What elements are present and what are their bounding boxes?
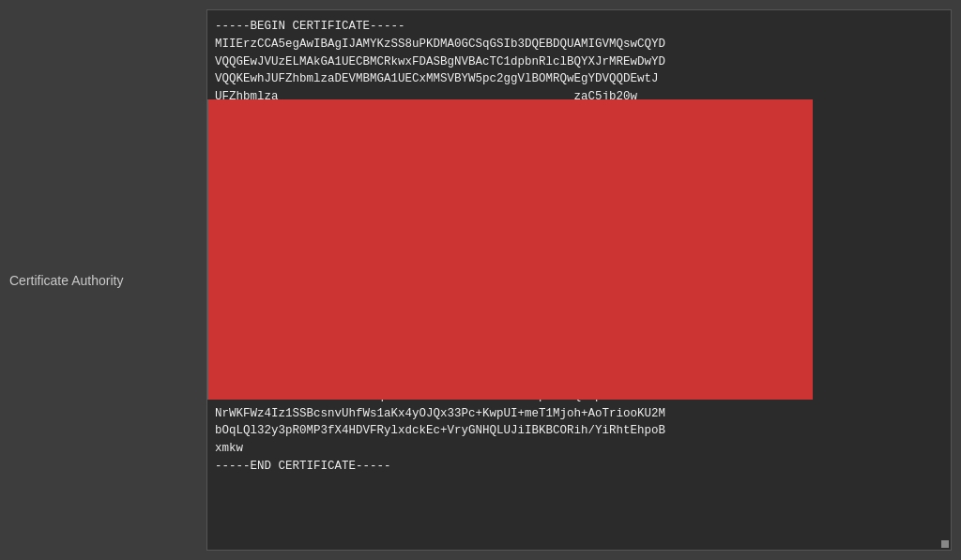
certificate-authority-label: Certificate Authority [0, 273, 206, 288]
scrollbar-corner [941, 540, 949, 548]
main-container: Certificate Authority -----BEGIN CERTIFI… [0, 0, 961, 560]
certificate-textarea[interactable]: -----BEGIN CERTIFICATE----- MIIErzCCA5eg… [206, 9, 952, 551]
label-text: Certificate Authority [9, 273, 123, 288]
cert-box-wrapper: -----BEGIN CERTIFICATE----- MIIErzCCA5eg… [206, 0, 961, 560]
redacted-overlay [207, 99, 813, 400]
